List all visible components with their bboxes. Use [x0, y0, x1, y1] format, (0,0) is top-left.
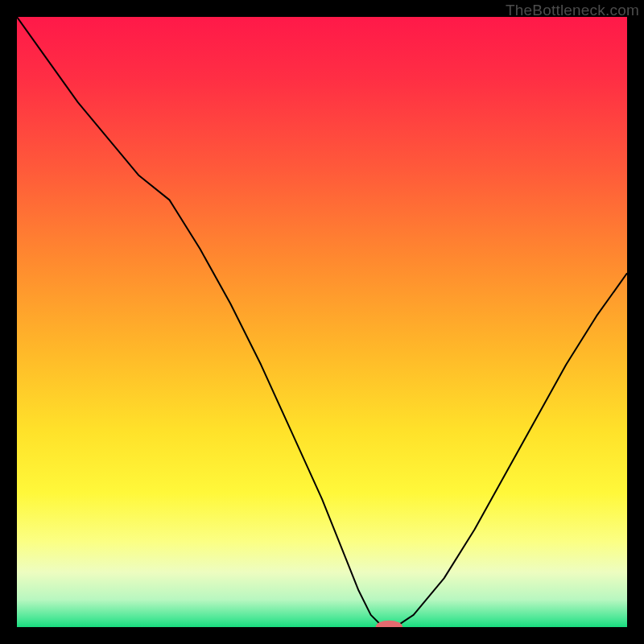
gradient-background	[17, 17, 627, 627]
watermark-text: TheBottleneck.com	[506, 2, 639, 19]
chart-frame: TheBottleneck.com	[0, 0, 644, 644]
bottleneck-chart	[17, 17, 627, 627]
plot-area	[17, 17, 627, 627]
